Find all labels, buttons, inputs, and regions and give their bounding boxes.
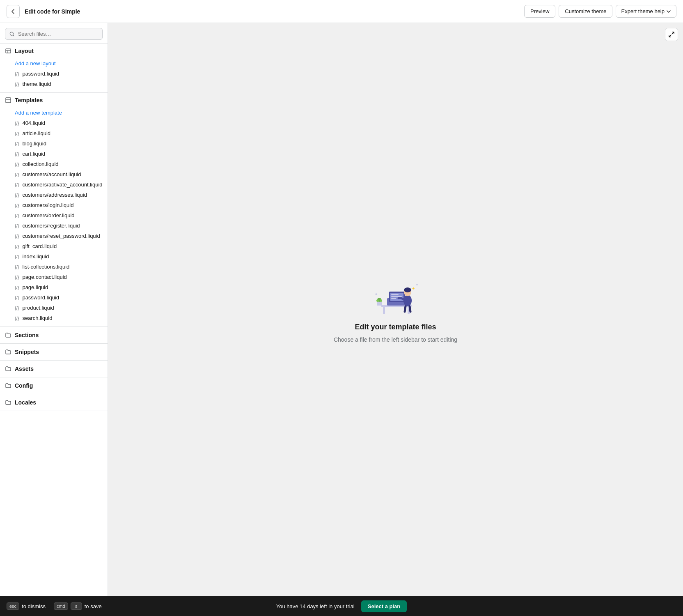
liquid-icon: {/} xyxy=(15,203,19,208)
illustration: ✦ ✦ ✦ xyxy=(369,277,422,318)
layout-icon xyxy=(5,48,11,54)
svg-point-20 xyxy=(376,299,379,302)
svg-point-21 xyxy=(380,299,382,302)
liquid-icon: {/} xyxy=(15,285,19,290)
list-item[interactable]: {/}search.liquid xyxy=(0,313,108,323)
templates-items: Add a new template {/}404.liquid {/}arti… xyxy=(0,108,108,326)
liquid-icon: {/} xyxy=(15,306,19,310)
liquid-icon: {/} xyxy=(15,71,19,76)
svg-text:✦: ✦ xyxy=(412,286,415,291)
dismiss-label: to dismiss xyxy=(22,603,46,609)
sidebar: Layout Add a new layout {/} password.liq… xyxy=(0,23,108,596)
search-icon xyxy=(9,31,15,37)
list-item[interactable]: {/}page.contact.liquid xyxy=(0,272,108,282)
snippets-section-header[interactable]: Snippets xyxy=(0,344,108,361)
list-item[interactable]: {/}gift_card.liquid xyxy=(0,241,108,251)
folder-icon xyxy=(5,349,11,355)
liquid-icon: {/} xyxy=(15,141,19,146)
list-item[interactable]: {/}list-collections.liquid xyxy=(0,262,108,272)
list-item[interactable]: {/}customers/login.liquid xyxy=(0,200,108,210)
liquid-icon: {/} xyxy=(15,264,19,269)
page-title: Edit code for Simple xyxy=(25,8,519,15)
list-item[interactable]: {/}cart.liquid xyxy=(0,149,108,159)
liquid-icon: {/} xyxy=(15,213,19,218)
expand-button[interactable] xyxy=(665,28,678,41)
preview-button[interactable]: Preview xyxy=(524,5,555,18)
liquid-icon: {/} xyxy=(15,121,19,126)
list-item[interactable]: {/}blog.liquid xyxy=(0,138,108,149)
list-item[interactable]: {/}index.liquid xyxy=(0,251,108,262)
customize-theme-button[interactable]: Customize theme xyxy=(559,5,612,18)
expand-icon xyxy=(668,31,675,38)
liquid-icon: {/} xyxy=(15,82,19,87)
list-item[interactable]: {/} theme.liquid xyxy=(0,79,108,89)
templates-icon xyxy=(5,97,11,103)
list-item[interactable]: {/} password.liquid xyxy=(0,69,108,79)
liquid-icon: {/} xyxy=(15,193,19,198)
expert-theme-help-button[interactable]: Expert theme help xyxy=(616,5,676,18)
list-item[interactable]: {/}article.liquid xyxy=(0,128,108,138)
layout-section: Layout Add a new layout {/} password.liq… xyxy=(0,44,108,93)
keyboard-shortcuts: esc to dismiss cmd s to save xyxy=(7,602,102,610)
esc-key: esc xyxy=(7,602,19,610)
svg-rect-12 xyxy=(391,294,399,295)
layout-section-header[interactable]: Layout xyxy=(0,44,108,58)
config-section-header[interactable]: Config xyxy=(0,377,108,394)
liquid-icon: {/} xyxy=(15,182,19,187)
empty-state-title: Edit your template files xyxy=(355,323,436,331)
list-item[interactable]: {/}customers/addresses.liquid xyxy=(0,190,108,200)
liquid-icon: {/} xyxy=(15,254,19,259)
svg-rect-1 xyxy=(6,49,11,53)
templates-section: Templates Add a new template {/}404.liqu… xyxy=(0,93,108,327)
folder-icon xyxy=(5,365,11,372)
list-item[interactable]: {/}collection.liquid xyxy=(0,159,108,169)
list-item[interactable]: {/}customers/order.liquid xyxy=(0,210,108,221)
list-item[interactable]: {/}404.liquid xyxy=(0,118,108,128)
locales-section-header[interactable]: Locales xyxy=(0,394,108,411)
header: Edit code for Simple Preview Customize t… xyxy=(0,0,683,23)
cmd-key: cmd xyxy=(54,602,68,610)
liquid-icon: {/} xyxy=(15,152,19,156)
trial-text: You have 14 days left in your trial xyxy=(276,603,355,609)
theme-name: Simple xyxy=(61,8,80,15)
search-container xyxy=(0,23,108,44)
liquid-icon: {/} xyxy=(15,234,19,239)
search-input[interactable] xyxy=(18,31,98,37)
svg-rect-18 xyxy=(377,301,382,306)
liquid-icon: {/} xyxy=(15,223,19,228)
layout-items: Add a new layout {/} password.liquid {/}… xyxy=(0,58,108,92)
s-key: s xyxy=(71,602,82,610)
liquid-icon: {/} xyxy=(15,131,19,136)
liquid-icon: {/} xyxy=(15,172,19,177)
svg-rect-4 xyxy=(6,98,11,103)
svg-rect-14 xyxy=(391,298,396,299)
svg-text:✦: ✦ xyxy=(416,283,418,286)
list-item[interactable]: {/}customers/register.liquid xyxy=(0,221,108,231)
assets-section-header[interactable]: Assets xyxy=(0,361,108,377)
svg-point-17 xyxy=(404,287,411,292)
empty-state-subtitle: Choose a file from the left sidebar to s… xyxy=(334,336,457,343)
list-item[interactable]: {/}product.liquid xyxy=(0,303,108,313)
list-item[interactable]: {/}customers/activate_account.liquid xyxy=(0,179,108,190)
select-plan-button[interactable]: Select a plan xyxy=(361,600,407,612)
add-template-link[interactable]: Add a new template xyxy=(0,108,108,118)
sections-section-header[interactable]: Sections xyxy=(0,327,108,344)
list-item[interactable]: {/}customers/account.liquid xyxy=(0,169,108,179)
list-item[interactable]: {/}page.liquid xyxy=(0,282,108,292)
svg-text:✦: ✦ xyxy=(375,292,378,296)
back-button[interactable] xyxy=(7,5,20,18)
list-item[interactable]: {/}password.liquid xyxy=(0,292,108,303)
trial-notice: You have 14 days left in your trial Sele… xyxy=(0,600,683,612)
header-actions: Preview Customize theme Expert theme hel… xyxy=(524,5,676,18)
liquid-icon: {/} xyxy=(15,162,19,167)
add-layout-link[interactable]: Add a new layout xyxy=(0,58,108,69)
folder-icon xyxy=(5,399,11,406)
templates-section-header[interactable]: Templates xyxy=(0,93,108,108)
svg-rect-7 xyxy=(383,307,385,314)
empty-state: ✦ ✦ ✦ Edit your template files Choose a … xyxy=(334,277,457,343)
folder-icon xyxy=(5,332,11,338)
liquid-icon: {/} xyxy=(15,275,19,280)
save-label: to save xyxy=(85,603,102,609)
list-item[interactable]: {/}customers/reset_password.liquid xyxy=(0,231,108,241)
content-area: ✦ ✦ ✦ Edit your template files Choose a … xyxy=(108,23,683,596)
